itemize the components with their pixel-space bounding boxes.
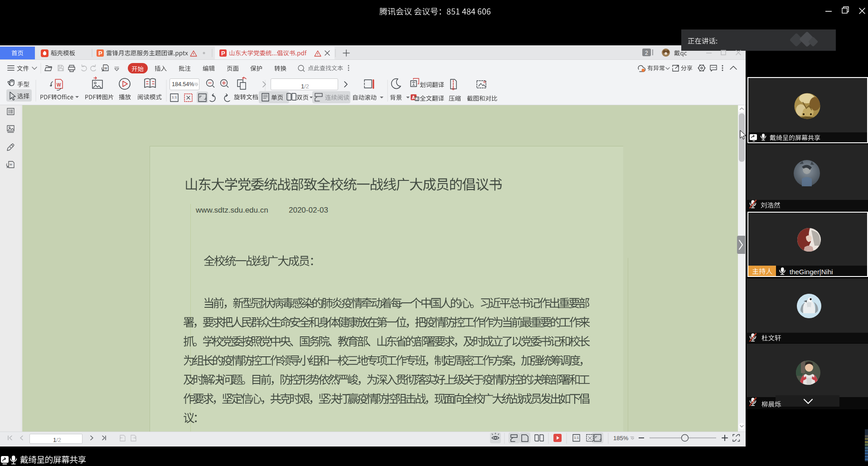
svg-text:A: A bbox=[412, 95, 415, 100]
svg-text:2: 2 bbox=[645, 50, 648, 56]
svg-text:P: P bbox=[98, 50, 102, 57]
svg-text:P: P bbox=[221, 50, 225, 57]
svg-text:2: 2 bbox=[417, 97, 419, 101]
